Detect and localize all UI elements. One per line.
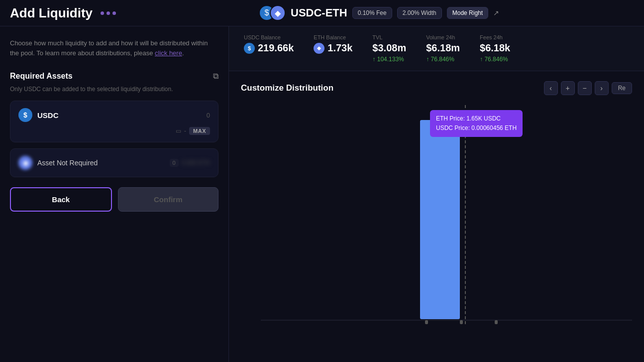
page-title: Add Liquidity	[10, 5, 93, 21]
usdc-zero-value: 0	[207, 112, 210, 119]
left-panel: Choose how much liquidity to add and how…	[0, 26, 229, 362]
stat-tvl: TVL $3.08m 104.133%	[372, 34, 406, 63]
chart-controls: ‹ + − › Re	[544, 81, 632, 95]
section-header: Required Assets ⧉	[10, 72, 218, 81]
tooltip-line2: USDC Price: 0.00060456 ETH	[436, 123, 517, 133]
usdc-balance-value: $ 219.66k	[244, 42, 294, 54]
x-tick-mark	[425, 320, 428, 324]
dot-2	[107, 11, 110, 15]
asset-nr-left: ◆ Asset Not Required	[18, 156, 98, 170]
ctrl-left-button[interactable]: ‹	[544, 81, 558, 95]
asset-not-required-label: Asset Not Required	[37, 159, 98, 167]
eth-nr-icon: ◆	[18, 156, 32, 170]
pool-icons: $ ◆	[259, 5, 286, 21]
fees24-label: Fees 24h	[480, 34, 510, 40]
vol24-value: $6.18m	[426, 42, 460, 54]
eth-balance-label: ETH Balance	[314, 34, 352, 40]
chart-header: Customize Distribution ‹ + − › Re	[241, 81, 632, 95]
button-row: Back Confirm	[10, 187, 218, 212]
dots-menu[interactable]	[101, 11, 116, 15]
stat-usdc-balance: USDC Balance $ 219.66k	[244, 34, 294, 63]
stat-vol24: Volume 24h $6.18m 76.846%	[426, 34, 460, 63]
eth-balance-value: ◆ 1.73k	[314, 42, 352, 54]
pool-section: $ ◆ USDC-ETH 0.10% Fee 2.00% Width Mode …	[259, 5, 634, 21]
vol24-label: Volume 24h	[426, 34, 460, 40]
chart-area: ETH Price: 1.65K USDC USDC Price: 0.0006…	[241, 105, 632, 344]
tvl-value: $3.08m	[372, 42, 406, 54]
x-tick-mark-2	[460, 320, 463, 324]
subtitle-text: Choose how much liquidity to add and how…	[10, 38, 218, 58]
ctrl-minus-button[interactable]: −	[578, 81, 592, 95]
top-bar: Add Liquidity $ ◆ USDC-ETH 0.10% Fee 2.0…	[0, 0, 644, 26]
chart-title: Customize Distribution	[241, 83, 333, 93]
dot-1	[101, 11, 104, 15]
asset-note: Only USDC can be added to the selected l…	[10, 86, 218, 93]
usdc-icon-small: $	[244, 43, 255, 54]
ctrl-plus-button[interactable]: +	[561, 81, 575, 95]
ctrl-reset-button[interactable]: Re	[612, 82, 632, 94]
nr-badge: 0	[170, 159, 179, 167]
usdc-balance-label: USDC Balance	[244, 34, 294, 40]
usdc-asset-card: $ USDC 0 ▭ - MAX	[10, 101, 218, 142]
external-link-icon[interactable]: ↗	[493, 9, 499, 17]
wallet-icon: ▭	[176, 127, 181, 134]
click-here-link[interactable]: click here	[155, 49, 182, 57]
ctrl-right-button[interactable]: ›	[595, 81, 609, 95]
fees24-value: $6.18k	[480, 42, 510, 54]
stat-fees24: Fees 24h $6.18k 76.846%	[480, 34, 510, 63]
tooltip-line1: ETH Price: 1.65K USDC	[436, 114, 517, 123]
eth-icon-small: ◆	[314, 43, 324, 54]
tvl-change: 104.133%	[372, 56, 406, 63]
usdc-asset-name: USDC	[37, 111, 59, 120]
fee-badge[interactable]: 0.10% Fee	[352, 7, 392, 19]
asset-not-required-card: ◆ Asset Not Required 0 0.000 ETH	[10, 148, 218, 177]
filter-icon[interactable]: ⧉	[213, 72, 218, 81]
dot-3	[112, 11, 116, 15]
usdc-asset-left: $ USDC	[18, 108, 59, 122]
usdc-card-header: $ USDC 0	[18, 108, 210, 122]
top-bar-left: Add Liquidity	[10, 5, 254, 21]
width-badge[interactable]: 2.00% Width	[397, 7, 442, 19]
price-tooltip: ETH Price: 1.65K USDC USDC Price: 0.0006…	[430, 110, 523, 137]
chart-section: Customize Distribution ‹ + − › Re ETH Pr…	[229, 71, 644, 362]
tvl-label: TVL	[372, 34, 406, 40]
stats-bar: USDC Balance $ 219.66k ETH Balance ◆ 1.7…	[229, 26, 644, 71]
right-panel: USDC Balance $ 219.66k ETH Balance ◆ 1.7…	[229, 26, 644, 362]
eth-pool-icon: ◆	[270, 5, 286, 21]
fees24-change: 76.846%	[480, 56, 510, 63]
stat-eth-balance: ETH Balance ◆ 1.73k	[314, 34, 352, 63]
nr-amount: 0.000 ETH	[182, 159, 210, 166]
mode-badge[interactable]: Mode Right	[447, 7, 488, 19]
confirm-button[interactable]: Confirm	[118, 187, 219, 212]
asset-nr-right: 0 0.000 ETH	[170, 159, 211, 167]
dash-separator: -	[184, 127, 186, 134]
section-title: Required Assets	[10, 72, 73, 81]
pool-name: USDC-ETH	[291, 6, 347, 19]
x-tick-mark-3	[495, 320, 498, 324]
dashed-price-line	[465, 105, 466, 324]
chart-svg	[241, 105, 632, 344]
vol24-change: 76.846%	[426, 56, 460, 63]
main-content: Choose how much liquidity to add and how…	[0, 26, 644, 362]
chart-bar	[420, 120, 460, 319]
back-button[interactable]: Back	[10, 187, 112, 212]
usdc-asset-icon: $	[18, 108, 32, 122]
usdc-max-row: ▭ - MAX	[18, 127, 210, 135]
max-button[interactable]: MAX	[189, 127, 210, 135]
